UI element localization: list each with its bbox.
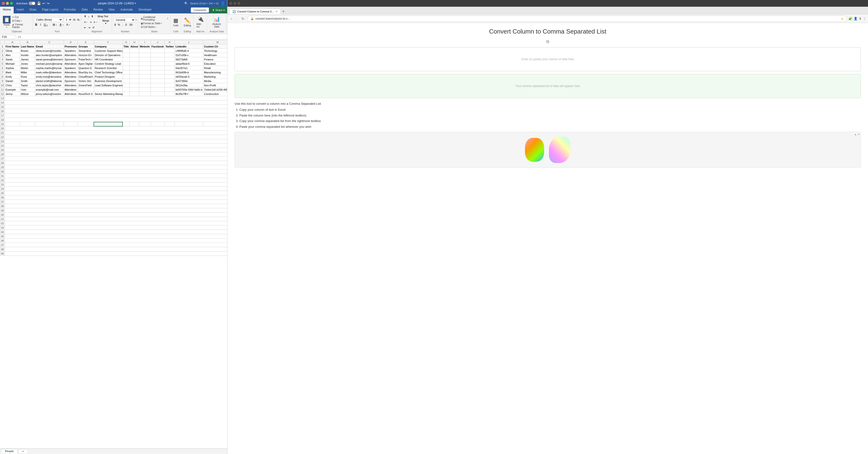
col-header-e[interactable]: E [78,40,94,44]
cell[interactable]: Chris [5,83,20,87]
italic-button[interactable]: I [39,23,42,27]
cell[interactable]: GreenField [78,83,94,87]
cell[interactable]: Healthcare [203,53,227,57]
cell[interactable] [139,122,151,126]
browser-back-button[interactable]: ‹ [229,16,234,22]
cell[interactable] [130,49,139,53]
cell[interactable]: Sponsors [64,57,78,62]
tab-formulas[interactable]: Formulas [61,7,79,13]
tab-insert[interactable]: Insert [13,7,27,13]
cell[interactable]: 7edee1b6-b258-480e-b88e-89e41 [203,87,227,92]
share-button[interactable]: ⬆ Share ▾ [210,7,227,13]
cell[interactable]: HR Coordinator [94,57,123,62]
cell[interactable]: Finance [203,57,227,62]
extensions-icon[interactable]: 🧩 [848,17,852,20]
browser-forward-button[interactable]: › [235,16,239,22]
borders-button[interactable]: ⊞ ▾ [52,23,58,27]
cell[interactable] [123,62,129,66]
cell[interactable] [151,75,164,79]
cell[interactable] [151,92,164,96]
cell[interactable]: Alex [5,53,20,57]
cell[interactable] [123,122,129,126]
cell[interactable]: Mark [5,70,20,75]
cell[interactable] [5,122,20,126]
formula-input[interactable] [22,35,226,38]
cell[interactable] [130,70,139,75]
search-label[interactable]: Search (Cmd + Ctrl + U) [190,2,219,5]
sheet-tab-people[interactable]: People [1,449,18,454]
cell[interactable]: Rose [20,75,35,79]
cell-b1[interactable]: Last Name [20,44,35,49]
cell[interactable]: Content Strategy Lead [94,62,123,66]
cell[interactable] [130,53,139,57]
cell[interactable]: Business Development Executive [94,79,123,83]
col-header-f[interactable]: F [94,40,123,44]
cell[interactable]: f1d7c00b-c [175,53,203,57]
increase-indent-button[interactable]: ⇥ [87,26,91,30]
cell[interactable]: Jones [20,62,35,66]
cell[interactable]: User [20,87,35,92]
align-middle-button[interactable]: ↕ [87,15,90,19]
cell[interactable]: Lead Software Engineer [94,83,123,87]
cell[interactable] [151,122,164,126]
cell[interactable]: Education [203,62,227,66]
cell-reference-box[interactable] [1,35,15,39]
cell[interactable]: 6e57390d- [175,79,203,83]
browser-refresh-button[interactable]: ↻ [240,16,246,22]
cell[interactable]: Technology [203,49,227,53]
col-header-h[interactable]: H [130,40,139,44]
minimize-button[interactable] [6,2,9,5]
cell[interactable]: Marketing [203,75,227,79]
redo-icon[interactable]: ↪ [47,1,50,5]
cell[interactable] [123,92,129,96]
editing-button[interactable]: ✏️ Editing [183,17,192,27]
tab-page-layout[interactable]: Page Layout [39,7,61,13]
cell-k1[interactable]: Twitter [165,44,175,49]
cell[interactable]: Smith [20,79,35,83]
cell[interactable]: Example [5,87,20,92]
profile-icon[interactable]: 👤 [220,1,225,6]
undo-icon[interactable]: ↩ [42,1,45,5]
cell-f19[interactable] [94,122,123,126]
increase-decimal-button[interactable]: .00 [128,23,133,27]
cell[interactable]: Product Designer [94,75,123,79]
cell[interactable]: sophia.martin@trymai [35,66,64,70]
cell[interactable]: Attendees [64,83,78,87]
cell[interactable] [151,49,164,53]
cell-j1[interactable]: Facebook [151,44,164,49]
cell[interactable] [64,122,78,126]
cell[interactable]: BlueSky Inc [78,70,94,75]
col-header-k[interactable]: K [165,40,175,44]
cell[interactable]: Senior Marketing Manager [94,92,123,96]
cell[interactable]: Brown [20,49,35,53]
cell[interactable] [151,57,164,62]
font-name-selector[interactable]: Calibri (Body) [34,17,63,22]
cell[interactable] [139,53,151,57]
cell[interactable] [123,57,129,62]
address-bar[interactable]: 🔒 convert.town/column-to-c... ★ [247,16,847,22]
cell[interactable]: Taylor [20,83,35,87]
cell[interactable]: 8e39e7f8-f [175,92,203,96]
cell[interactable]: Attendees [64,53,78,57]
cell[interactable]: Sophia [5,66,20,70]
browser-tab-convert[interactable]: 🔄 Convert Column to Comma S... ✕ [229,9,281,14]
wrap-text-button[interactable]: Wrap Text [97,15,109,19]
cell[interactable] [123,87,129,92]
cell[interactable]: Michael [5,62,20,66]
cell[interactable]: Speakers [64,66,78,70]
cell[interactable] [165,122,175,126]
decrease-font-button[interactable]: A↓ [77,18,81,21]
currency-button[interactable]: $ [114,23,117,27]
cell[interactable]: Apex Digital [78,62,94,66]
tab-review[interactable]: Review [91,7,105,13]
tab-data[interactable]: Data [79,7,91,13]
merge-center-button[interactable]: Merge ▾ [101,19,111,25]
tab-automate[interactable]: Automate [118,7,135,13]
cell[interactable]: Chief Technology Officer [94,70,123,75]
cell[interactable] [165,53,175,57]
cell[interactable]: olivia.brown@mockbc [35,49,64,53]
browser-tab-close-button[interactable]: ✕ [275,10,278,13]
increase-font-button[interactable]: A↑ [73,18,76,21]
cell[interactable]: Vortex Ven [78,79,94,83]
menu-icon[interactable]: ⋮ [863,17,866,20]
